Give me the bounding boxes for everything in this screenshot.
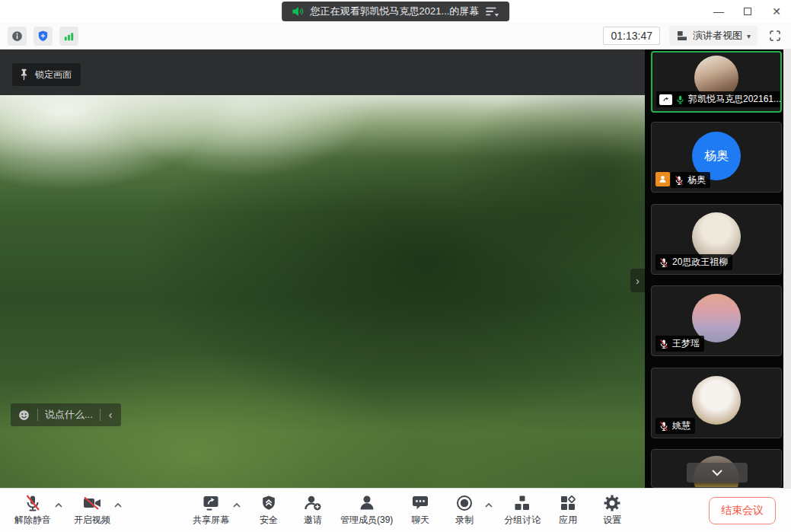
window-controls: — ✕ <box>704 0 791 23</box>
breakout-rooms-button[interactable]: 分组讨论 <box>502 492 543 528</box>
info-icon <box>11 30 24 43</box>
close-button[interactable]: ✕ <box>762 0 791 23</box>
participant-name: 姚慧 <box>672 419 691 432</box>
participant-name: 郭凯悦马克思202161... <box>688 93 781 106</box>
unmute-button[interactable]: 解除静音 <box>12 492 53 528</box>
chat-button[interactable]: 聊天 <box>401 492 439 528</box>
view-mode-selector[interactable]: 演讲者视图 ▾ <box>669 26 758 46</box>
settings-button[interactable]: 设置 <box>593 492 631 528</box>
notification-text: 您正在观看郭凯悦马克思2021...的屏幕 <box>311 5 480 18</box>
mic-on-icon <box>675 94 685 105</box>
maximize-icon <box>744 8 751 15</box>
participant-tile[interactable]: 郭凯悦马克思202161... <box>651 51 782 113</box>
signal-bars-icon <box>62 30 75 43</box>
manage-members-label: 管理成员(39) <box>340 514 393 527</box>
divider <box>100 409 100 421</box>
end-meeting-button[interactable]: 结束会议 <box>709 497 776 524</box>
participants-sidebar: 郭凯悦马克思202161... 杨奥 杨奥 <box>645 49 791 488</box>
chat-label: 聊天 <box>411 514 429 527</box>
maximize-button[interactable] <box>733 0 762 23</box>
participant-tile[interactable]: 姚慧 <box>651 368 782 438</box>
bottom-toolbar: 解除静音 开启视频 共享屏幕 安全 邀请 管理成员(39) 聊天 <box>0 488 791 532</box>
sidebar-collapse-button[interactable]: › <box>630 269 645 292</box>
security-label: 安全 <box>260 514 278 527</box>
top-toolbar: 01:13:47 演讲者视图 ▾ <box>0 23 791 49</box>
meeting-info-button[interactable] <box>8 27 27 46</box>
apps-label: 应用 <box>559 514 577 527</box>
chevron-down-icon: ▾ <box>747 32 751 40</box>
meeting-window: 您正在观看郭凯悦马克思2021...的屏幕 — ✕ 01:13:47 演讲者视图 <box>0 0 791 532</box>
share-screen-button[interactable]: 共享屏幕 <box>190 492 231 528</box>
participant-name: 杨奥 <box>687 174 706 186</box>
layout-view-icon <box>676 30 688 42</box>
divider <box>37 409 38 421</box>
pin-icon <box>19 68 29 81</box>
quick-chat-bar: 说点什么... ‹ <box>11 403 121 426</box>
invite-label: 邀请 <box>304 514 322 527</box>
chat-collapse-button[interactable]: ‹ <box>107 409 114 421</box>
participant-label: 杨奥 <box>655 172 710 188</box>
fullscreen-button[interactable] <box>767 27 783 44</box>
mic-muted-icon <box>659 421 669 432</box>
scroll-more-participants-button[interactable] <box>687 463 748 483</box>
security-button[interactable]: 安全 <box>250 492 288 528</box>
participant-tile[interactable]: 杨奥 杨奥 正 <box>651 122 782 193</box>
invite-button[interactable]: 邀请 <box>294 492 332 528</box>
participant-label: 郭凯悦马克思202161... <box>656 91 782 107</box>
record-button[interactable]: 录制 <box>445 492 483 528</box>
participant-name: 20思政王祖柳 <box>672 256 728 269</box>
screen-sharing-icon <box>659 94 672 105</box>
participant-tile[interactable] <box>651 449 782 488</box>
participant-label: 姚慧 <box>655 418 695 434</box>
manage-members-button[interactable]: 管理成员(39) <box>338 492 395 528</box>
participant-tile[interactable]: 20思政王祖柳 <box>651 204 782 275</box>
mic-muted-icon <box>674 175 684 186</box>
minimize-button[interactable]: — <box>704 0 733 23</box>
shared-screen-stage: 锁定画面 说点什么... ‹ › <box>0 49 645 488</box>
start-video-button[interactable]: 开启视频 <box>72 492 113 528</box>
security-shield-icon <box>260 494 277 512</box>
host-badge-icon <box>655 172 670 186</box>
record-options-chevron[interactable] <box>482 496 496 514</box>
mic-muted-icon <box>659 257 669 268</box>
share-screen-label: 共享屏幕 <box>193 514 229 527</box>
chevron-down-icon <box>711 469 723 476</box>
members-person-icon <box>358 494 376 512</box>
titlebar: 您正在观看郭凯悦马克思2021...的屏幕 — ✕ <box>0 0 791 23</box>
gear-icon <box>603 494 621 512</box>
lock-view-button[interactable]: 锁定画面 <box>12 63 81 86</box>
participant-label: 王梦瑶 <box>655 336 704 352</box>
audio-options-chevron[interactable] <box>52 496 65 514</box>
share-options-chevron[interactable] <box>230 496 244 514</box>
shield-plus-icon <box>37 30 49 43</box>
lock-view-label: 锁定画面 <box>35 68 72 81</box>
screen-watch-notification[interactable]: 您正在观看郭凯悦马克思2021...的屏幕 <box>282 2 510 21</box>
meeting-timer: 01:13:47 <box>603 27 660 45</box>
avatar-initials: 杨奥 <box>704 148 729 164</box>
share-screen-icon <box>202 494 220 512</box>
participant-label: 20思政王祖柳 <box>655 254 732 270</box>
emoji-icon[interactable] <box>18 409 30 422</box>
chat-bubble-icon <box>411 494 429 512</box>
invite-person-icon <box>304 494 322 512</box>
record-icon <box>455 494 474 512</box>
start-video-label: 开启视频 <box>74 514 110 527</box>
participant-tile[interactable]: 王梦瑶 <box>651 285 782 356</box>
security-status-button[interactable] <box>33 27 53 46</box>
chat-input[interactable]: 说点什么... <box>45 408 93 422</box>
mic-muted-icon <box>24 494 42 512</box>
avatar <box>692 376 741 425</box>
breakout-rooms-label: 分组讨论 <box>504 514 541 527</box>
fullscreen-icon <box>768 29 782 43</box>
apps-grid-icon <box>559 494 577 512</box>
network-quality-button[interactable] <box>59 27 78 46</box>
participant-name: 王梦瑶 <box>672 337 700 350</box>
apps-button[interactable]: 应用 <box>549 492 587 528</box>
view-mode-label: 演讲者视图 <box>693 29 742 43</box>
more-menu-icon[interactable] <box>485 5 500 18</box>
video-options-chevron[interactable] <box>111 496 125 514</box>
speaker-audio-icon <box>291 5 305 18</box>
unmute-label: 解除静音 <box>14 514 51 527</box>
settings-label: 设置 <box>603 514 621 527</box>
sidebar-scrollbar[interactable] <box>783 49 791 488</box>
